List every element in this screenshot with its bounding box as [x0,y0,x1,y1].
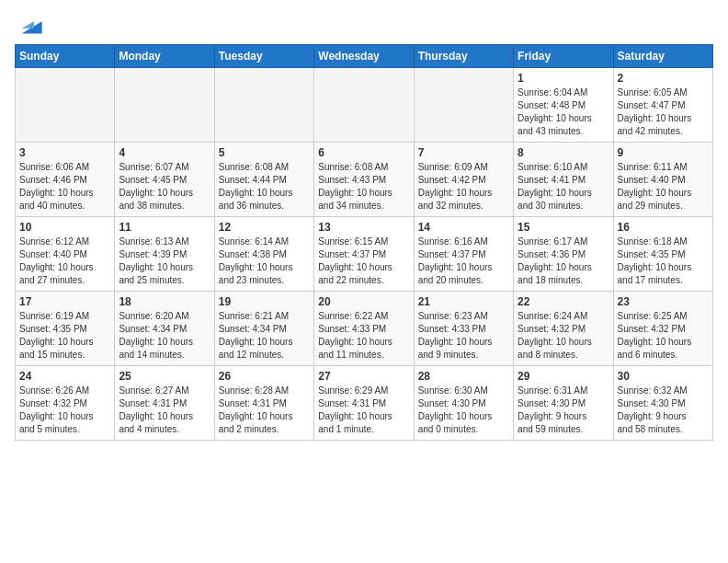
day-cell: 16Sunrise: 6:18 AM Sunset: 4:35 PM Dayli… [613,217,712,292]
day-number: 1 [518,72,609,85]
day-cell: 6Sunrise: 6:08 AM Sunset: 4:43 PM Daylig… [314,143,414,217]
day-number: 22 [518,295,609,308]
day-number: 16 [618,221,709,234]
day-cell: 5Sunrise: 6:08 AM Sunset: 4:44 PM Daylig… [214,143,313,217]
day-info: Sunrise: 6:31 AM Sunset: 4:30 PM Dayligh… [518,385,609,436]
day-info: Sunrise: 6:18 AM Sunset: 4:35 PM Dayligh… [618,236,709,287]
weekday-header-friday: Friday [514,45,613,68]
day-number: 28 [418,370,509,383]
day-info: Sunrise: 6:26 AM Sunset: 4:32 PM Dayligh… [19,385,110,436]
day-number: 10 [19,221,110,234]
day-info: Sunrise: 6:28 AM Sunset: 4:31 PM Dayligh… [219,385,310,436]
day-cell: 15Sunrise: 6:17 AM Sunset: 4:36 PM Dayli… [514,217,613,292]
day-info: Sunrise: 6:25 AM Sunset: 4:32 PM Dayligh… [618,310,709,362]
week-row-4: 17Sunrise: 6:19 AM Sunset: 4:35 PM Dayli… [16,292,713,366]
weekday-header-thursday: Thursday [414,45,513,68]
day-cell [16,68,115,143]
day-info: Sunrise: 6:23 AM Sunset: 4:33 PM Dayligh… [418,310,509,362]
day-info: Sunrise: 6:13 AM Sunset: 4:39 PM Dayligh… [119,236,210,287]
day-number: 2 [618,72,709,85]
calendar-table: SundayMondayTuesdayWednesdayThursdayFrid… [15,44,713,441]
day-info: Sunrise: 6:19 AM Sunset: 4:35 PM Dayligh… [19,310,110,362]
day-info: Sunrise: 6:27 AM Sunset: 4:31 PM Dayligh… [119,385,210,436]
day-info: Sunrise: 6:08 AM Sunset: 4:43 PM Dayligh… [318,161,409,213]
day-info: Sunrise: 6:11 AM Sunset: 4:40 PM Dayligh… [618,161,709,213]
day-cell: 13Sunrise: 6:15 AM Sunset: 4:37 PM Dayli… [314,217,414,292]
day-cell: 24Sunrise: 6:26 AM Sunset: 4:32 PM Dayli… [16,366,115,441]
day-cell: 17Sunrise: 6:19 AM Sunset: 4:35 PM Dayli… [16,292,115,366]
day-number: 15 [518,221,609,234]
weekday-header-saturday: Saturday [613,45,712,68]
day-cell: 8Sunrise: 6:10 AM Sunset: 4:41 PM Daylig… [514,143,613,217]
day-info: Sunrise: 6:21 AM Sunset: 4:34 PM Dayligh… [219,310,310,362]
day-number: 27 [318,370,409,383]
week-row-3: 10Sunrise: 6:12 AM Sunset: 4:40 PM Dayli… [16,217,713,292]
day-cell [214,68,313,143]
svg-marker-1 [22,21,34,28]
day-cell: 25Sunrise: 6:27 AM Sunset: 4:31 PM Dayli… [115,366,214,441]
day-info: Sunrise: 6:24 AM Sunset: 4:32 PM Dayligh… [518,310,609,362]
day-number: 9 [618,146,709,159]
weekday-header-tuesday: Tuesday [214,45,313,68]
day-info: Sunrise: 6:15 AM Sunset: 4:37 PM Dayligh… [318,236,409,287]
day-number: 4 [119,146,210,159]
day-info: Sunrise: 6:07 AM Sunset: 4:45 PM Dayligh… [119,161,210,213]
day-cell: 23Sunrise: 6:25 AM Sunset: 4:32 PM Dayli… [613,292,712,366]
day-number: 5 [219,146,310,159]
day-cell: 21Sunrise: 6:23 AM Sunset: 4:33 PM Dayli… [414,292,513,366]
logo-icon [15,15,42,35]
day-cell [314,68,414,143]
day-info: Sunrise: 6:22 AM Sunset: 4:33 PM Dayligh… [318,310,409,362]
day-info: Sunrise: 6:29 AM Sunset: 4:31 PM Dayligh… [318,385,409,436]
day-number: 25 [119,370,210,383]
weekday-header-wednesday: Wednesday [314,45,414,68]
day-number: 13 [318,221,409,234]
day-number: 14 [418,221,509,234]
day-number: 6 [318,146,409,159]
day-info: Sunrise: 6:17 AM Sunset: 4:36 PM Dayligh… [518,236,609,287]
day-number: 24 [19,370,110,383]
day-number: 8 [518,146,609,159]
day-cell: 14Sunrise: 6:16 AM Sunset: 4:37 PM Dayli… [414,217,513,292]
day-info: Sunrise: 6:04 AM Sunset: 4:48 PM Dayligh… [518,86,609,138]
day-cell: 29Sunrise: 6:31 AM Sunset: 4:30 PM Dayli… [514,366,613,441]
day-cell [115,68,214,143]
day-number: 3 [19,146,110,159]
week-row-2: 3Sunrise: 6:06 AM Sunset: 4:46 PM Daylig… [16,143,713,217]
day-number: 20 [318,295,409,308]
day-cell: 28Sunrise: 6:30 AM Sunset: 4:30 PM Dayli… [414,366,513,441]
day-cell: 9Sunrise: 6:11 AM Sunset: 4:40 PM Daylig… [613,143,712,217]
day-cell: 26Sunrise: 6:28 AM Sunset: 4:31 PM Dayli… [214,366,313,441]
day-info: Sunrise: 6:16 AM Sunset: 4:37 PM Dayligh… [418,236,509,287]
day-number: 29 [518,370,609,383]
day-info: Sunrise: 6:12 AM Sunset: 4:40 PM Dayligh… [19,236,110,287]
day-cell: 12Sunrise: 6:14 AM Sunset: 4:38 PM Dayli… [214,217,313,292]
day-info: Sunrise: 6:30 AM Sunset: 4:30 PM Dayligh… [418,385,509,436]
day-info: Sunrise: 6:14 AM Sunset: 4:38 PM Dayligh… [219,236,310,287]
day-info: Sunrise: 6:09 AM Sunset: 4:42 PM Dayligh… [418,161,509,213]
weekday-header-monday: Monday [115,45,214,68]
weekday-header-row: SundayMondayTuesdayWednesdayThursdayFrid… [16,45,713,68]
header [15,15,713,35]
day-cell: 19Sunrise: 6:21 AM Sunset: 4:34 PM Dayli… [214,292,313,366]
day-number: 30 [618,370,709,383]
day-number: 19 [219,295,310,308]
weekday-header-sunday: Sunday [16,45,115,68]
day-number: 17 [19,295,110,308]
day-cell: 27Sunrise: 6:29 AM Sunset: 4:31 PM Dayli… [314,366,414,441]
day-info: Sunrise: 6:10 AM Sunset: 4:41 PM Dayligh… [518,161,609,213]
week-row-1: 1Sunrise: 6:04 AM Sunset: 4:48 PM Daylig… [16,68,713,143]
day-cell: 3Sunrise: 6:06 AM Sunset: 4:46 PM Daylig… [16,143,115,217]
day-number: 21 [418,295,509,308]
day-info: Sunrise: 6:06 AM Sunset: 4:46 PM Dayligh… [19,161,110,213]
day-cell: 22Sunrise: 6:24 AM Sunset: 4:32 PM Dayli… [514,292,613,366]
day-number: 18 [119,295,210,308]
day-number: 12 [219,221,310,234]
day-cell: 18Sunrise: 6:20 AM Sunset: 4:34 PM Dayli… [115,292,214,366]
day-cell: 4Sunrise: 6:07 AM Sunset: 4:45 PM Daylig… [115,143,214,217]
day-cell: 30Sunrise: 6:32 AM Sunset: 4:30 PM Dayli… [613,366,712,441]
logo [15,15,46,35]
week-row-5: 24Sunrise: 6:26 AM Sunset: 4:32 PM Dayli… [16,366,713,441]
day-info: Sunrise: 6:32 AM Sunset: 4:30 PM Dayligh… [618,385,709,436]
day-cell: 20Sunrise: 6:22 AM Sunset: 4:33 PM Dayli… [314,292,414,366]
